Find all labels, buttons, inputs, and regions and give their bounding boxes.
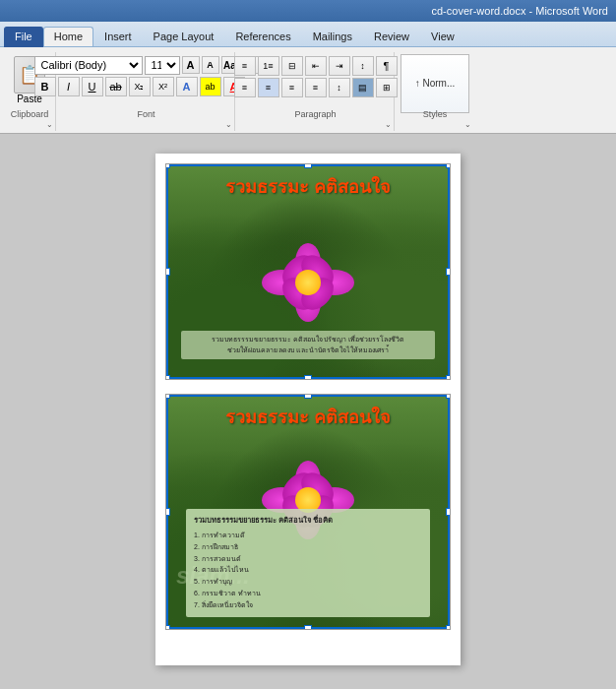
decrease-indent-button[interactable]: ⇤	[305, 56, 327, 76]
normal-style[interactable]: ↑ Norm...	[400, 54, 469, 113]
back-item-7: 7. สิ่งยึดเหนี่ยวจิตใจ	[194, 599, 422, 611]
flower-top	[269, 243, 347, 322]
flower-container-top	[269, 243, 347, 322]
handle-bl-top[interactable]	[165, 375, 170, 380]
line-spacing-button[interactable]: ↕	[329, 78, 350, 97]
show-marks-button[interactable]: ¶	[376, 56, 398, 76]
shading-button[interactable]: ▤	[352, 78, 374, 97]
para-row-2: ≡ ≡ ≡ ≡ ↕ ▤ ⊞	[234, 78, 398, 97]
tab-file[interactable]: File	[4, 27, 43, 47]
multilevel-button[interactable]: ⊟	[281, 56, 303, 76]
title-text: cd-cover-word.docx - Microsoft Word	[431, 5, 608, 17]
paragraph-group: ≡ 1≡ ⊟ ⇤ ⇥ ↕ ¶ ≡ ≡ ≡ ≡ ↕ ▤ ⊞ Paragraph ⌄	[237, 52, 395, 131]
document-area: รวมธรรมะ คติสอนใจ รวมบทธรรรมขยายธรรมะ คต…	[0, 134, 616, 688]
handle-tl-bottom[interactable]	[165, 394, 170, 399]
shrink-font-button[interactable]: A	[202, 56, 219, 74]
back-item-6: 6. กรรมชิวาต ทำทาน	[194, 588, 422, 599]
grow-font-button[interactable]: A	[182, 56, 200, 74]
bold-button[interactable]: B	[34, 77, 56, 96]
cover-top-subtitle: รวมบทธรรรมขยายธรรมะ คติสอนใจ ปรัชญา เพื่…	[181, 331, 435, 359]
clipboard-expand-icon[interactable]: ⌄	[46, 120, 53, 129]
cover-bottom[interactable]: รวมธรรมะ คติสอนใจ siam... รวมบทธรรรมขยาย…	[165, 394, 451, 630]
tab-home[interactable]: Home	[43, 27, 93, 46]
numbering-button[interactable]: 1≡	[258, 56, 279, 76]
ribbon-content: 📋 Paste Clipboard ⌄ Calibri (Body) 11 A …	[0, 47, 616, 134]
handle-tr-bottom[interactable]	[446, 394, 451, 399]
tab-view[interactable]: View	[420, 27, 465, 46]
font-name-select[interactable]: Calibri (Body)	[34, 56, 143, 75]
handle-ml-bottom[interactable]	[165, 508, 170, 516]
title-bar: cd-cover-word.docx - Microsoft Word	[0, 0, 616, 22]
handle-tm-bottom[interactable]	[304, 394, 312, 399]
align-right-button[interactable]: ≡	[281, 78, 303, 97]
para-controls: ≡ 1≡ ⊟ ⇤ ⇥ ↕ ¶ ≡ ≡ ≡ ≡ ↕ ▤ ⊞	[230, 54, 401, 99]
styles-group: ↑ Norm... Styles ⌄	[397, 52, 473, 131]
styles-expand-icon[interactable]: ⌄	[464, 120, 471, 129]
handle-mr-top[interactable]	[446, 268, 451, 276]
page-content: รวมธรรมะ คติสอนใจ รวมบทธรรรมขยายธรรมะ คต…	[165, 163, 451, 656]
clipboard-label: Clipboard	[4, 109, 55, 119]
cover-top[interactable]: รวมธรรมะ คติสอนใจ รวมบทธรรรมขยายธรรมะ คต…	[165, 163, 451, 380]
tab-page-layout[interactable]: Page Layout	[143, 27, 225, 46]
para-row-1: ≡ 1≡ ⊟ ⇤ ⇥ ↕ ¶	[234, 56, 398, 76]
handle-tr-top[interactable]	[446, 163, 451, 168]
font-group: Calibri (Body) 11 A A Aa ✦ B I U ab X₂ X…	[58, 52, 235, 131]
back-item-3: 3. การสวดมนต์	[194, 553, 422, 565]
font-controls: Calibri (Body) 11 A A Aa ✦ B I U ab X₂ X…	[32, 54, 261, 98]
strikethrough-button[interactable]: ab	[105, 77, 127, 96]
sort-button[interactable]: ↕	[352, 56, 374, 76]
font-row-1: Calibri (Body) 11 A A Aa ✦	[34, 56, 259, 75]
cover-top-title: รวมธรรมะ คติสอนใจ	[166, 172, 450, 201]
back-item-2: 2. การฝึกสมาธิ	[194, 541, 422, 553]
paragraph-label: Paragraph	[237, 109, 394, 119]
tab-insert[interactable]: Insert	[93, 27, 143, 46]
handle-bm-top[interactable]	[304, 375, 312, 380]
font-row-2: B I U ab X₂ X² A ab A	[34, 77, 259, 96]
borders-button[interactable]: ⊞	[376, 78, 398, 97]
back-item-4: 4. ตายแล้วไปไหน	[194, 564, 422, 576]
italic-button[interactable]: I	[58, 77, 80, 96]
back-item-1: 1. การทำความดี	[194, 530, 422, 541]
increase-indent-button[interactable]: ⇥	[329, 56, 350, 76]
back-list: รวมบทธรรรมขยายธรรมะ คติสอนใจ ชื่อคิด 1. …	[186, 509, 430, 617]
align-left-button[interactable]: ≡	[234, 78, 256, 97]
tab-mailings[interactable]: Mailings	[302, 27, 363, 46]
bullets-button[interactable]: ≡	[234, 56, 256, 76]
tab-review[interactable]: Review	[363, 27, 420, 46]
styles-label: Styles	[397, 109, 473, 119]
paragraph-expand-icon[interactable]: ⌄	[385, 120, 392, 129]
handle-br-bottom[interactable]	[446, 625, 451, 630]
align-center-button[interactable]: ≡	[258, 78, 279, 97]
tab-references[interactable]: References	[224, 27, 301, 46]
handle-mr-bottom[interactable]	[446, 508, 451, 516]
handle-bm-bottom[interactable]	[304, 625, 312, 630]
cover-bottom-title: รวมธรรมะ คติสอนใจ	[166, 403, 450, 431]
underline-button[interactable]: U	[82, 77, 103, 96]
font-size-select[interactable]: 11	[145, 56, 180, 75]
superscript-button[interactable]: X²	[153, 77, 174, 96]
handle-tm-top[interactable]	[304, 163, 312, 168]
font-label: Font	[58, 109, 234, 119]
back-item-5: 5. การทำบุญ	[194, 576, 422, 588]
back-list-title: รวมบทธรรรมขยายธรรมะ คติสอนใจ ชื่อคิด	[194, 515, 422, 528]
highlight-button[interactable]: ab	[200, 77, 221, 96]
normal-style-label: ↑ Norm...	[415, 78, 456, 89]
handle-tl-top[interactable]	[165, 163, 170, 168]
text-effect-button[interactable]: A	[176, 77, 198, 96]
font-expand-icon[interactable]: ⌄	[225, 120, 232, 129]
subscript-button[interactable]: X₂	[129, 77, 151, 96]
page: รวมธรรมะ คติสอนใจ รวมบทธรรรมขยายธรรมะ คต…	[155, 154, 461, 665]
handle-br-top[interactable]	[446, 375, 451, 380]
justify-button[interactable]: ≡	[305, 78, 327, 97]
handle-ml-top[interactable]	[165, 268, 170, 276]
handle-bl-bottom[interactable]	[165, 625, 170, 630]
ribbon-tabs: File Home Insert Page Layout References …	[0, 22, 616, 47]
